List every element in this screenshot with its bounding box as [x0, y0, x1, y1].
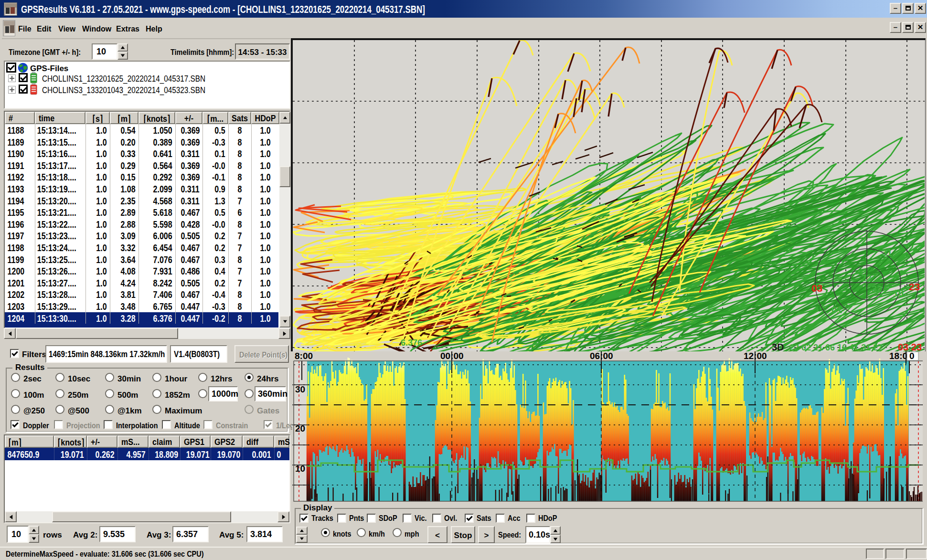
svg-text:31: 31 [882, 247, 892, 258]
svg-text:03: 03 [811, 283, 822, 294]
svg-text:32: 32 [872, 284, 882, 294]
svg-text:3D: 3D [772, 342, 784, 351]
svg-text:06:00: 06:00 [590, 351, 613, 361]
svg-text:0: 0 [909, 351, 915, 361]
svg-text:20: 20 [295, 423, 305, 433]
svg-text:30: 30 [295, 384, 305, 394]
svg-text:23: 23 [909, 281, 920, 292]
svg-text:8:00: 8:00 [295, 351, 313, 361]
svg-text:00:00: 00:00 [440, 351, 464, 361]
svg-text:18:0: 18:0 [889, 351, 907, 361]
svg-text:03 23: 03 23 [898, 342, 922, 351]
svg-text:22 02 21 66 16 41 31 27: 22 02 21 66 16 41 31 27 [789, 343, 883, 351]
svg-text:12:00: 12:00 [744, 351, 767, 361]
svg-text:6.376: 6.376 [401, 338, 422, 348]
svg-text:10: 10 [893, 288, 904, 298]
svg-text:10: 10 [295, 464, 305, 474]
svg-text:22: 22 [861, 273, 872, 283]
svg-text:01: 01 [831, 305, 842, 315]
